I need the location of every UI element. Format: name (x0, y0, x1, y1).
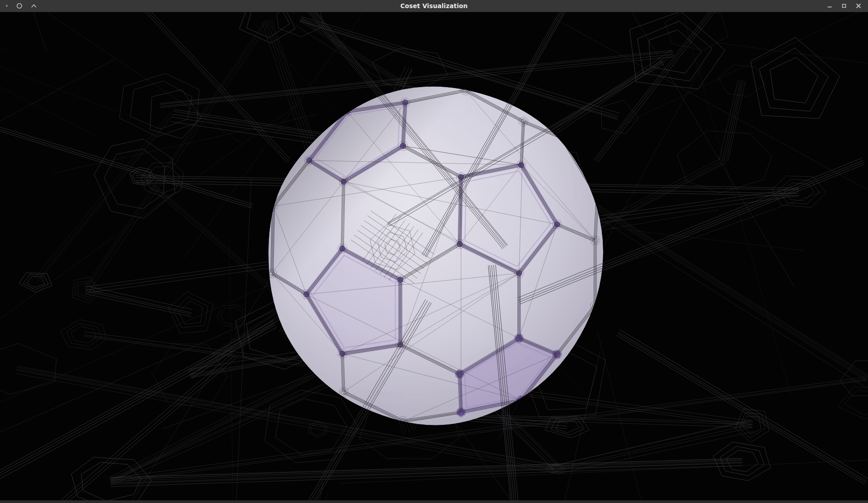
minimize-button[interactable] (825, 1, 835, 11)
titlebar[interactable]: Coset Visualization (0, 0, 868, 12)
window-bottom-border (0, 500, 868, 503)
status-dot-icon (5, 5, 8, 7)
coset-3d-viewport[interactable] (0, 12, 868, 500)
record-circle-icon[interactable] (16, 3, 23, 9)
chevron-up-icon[interactable] (31, 3, 37, 9)
coset-3d-scene[interactable] (0, 12, 868, 500)
titlebar-left-icons (0, 3, 37, 9)
window-controls (825, 1, 868, 11)
maximize-button[interactable] (839, 1, 849, 11)
window-title: Coset Visualization (0, 2, 868, 9)
app-window: Coset Visualization (0, 0, 868, 503)
close-button[interactable] (854, 1, 863, 11)
